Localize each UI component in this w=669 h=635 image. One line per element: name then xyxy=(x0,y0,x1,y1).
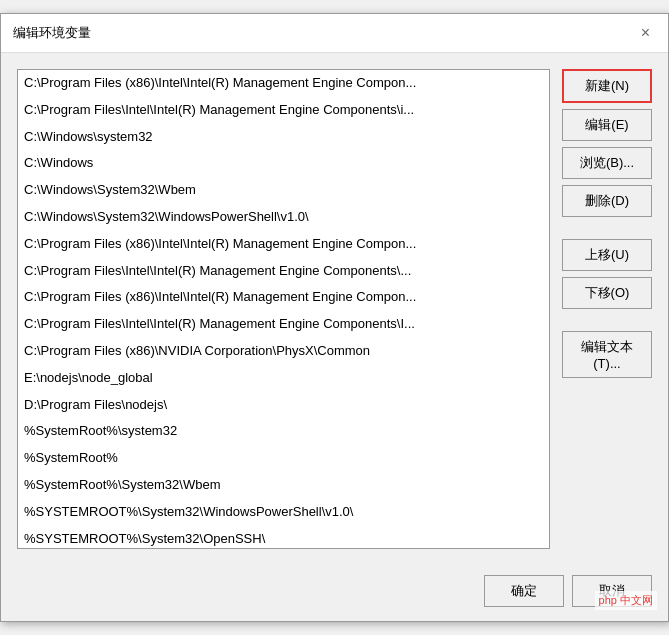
action-buttons-panel: 新建(N) 编辑(E) 浏览(B)... 删除(D) 上移(U) 下移(O) 编… xyxy=(562,69,652,549)
list-item[interactable]: C:\Windows xyxy=(18,150,549,177)
edit-button[interactable]: 编辑(E) xyxy=(562,109,652,141)
dialog-footer: 确定 取消 xyxy=(1,565,668,621)
delete-button[interactable]: 删除(D) xyxy=(562,185,652,217)
title-bar: 编辑环境变量 × xyxy=(1,14,668,53)
env-var-list[interactable]: C:\Program Files (x86)\Intel\Intel(R) Ma… xyxy=(17,69,550,549)
move-down-button[interactable]: 下移(O) xyxy=(562,277,652,309)
list-item[interactable]: %SystemRoot% xyxy=(18,445,549,472)
list-item[interactable]: C:\Program Files (x86)\Intel\Intel(R) Ma… xyxy=(18,231,549,258)
list-item[interactable]: C:\Windows\System32\WindowsPowerShell\v1… xyxy=(18,204,549,231)
watermark: php 中文网 xyxy=(595,591,657,610)
list-item[interactable]: E:\nodejs\node_global xyxy=(18,365,549,392)
new-button[interactable]: 新建(N) xyxy=(562,69,652,103)
list-item[interactable]: C:\Program Files (x86)\NVIDIA Corporatio… xyxy=(18,338,549,365)
list-item[interactable]: C:\Program Files (x86)\Intel\Intel(R) Ma… xyxy=(18,70,549,97)
list-item[interactable]: D:\Program Files\nodejs\ xyxy=(18,392,549,419)
close-button[interactable]: × xyxy=(635,22,656,44)
list-item[interactable]: C:\Program Files (x86)\Intel\Intel(R) Ma… xyxy=(18,284,549,311)
move-up-button[interactable]: 上移(U) xyxy=(562,239,652,271)
edit-env-var-dialog: 编辑环境变量 × C:\Program Files (x86)\Intel\In… xyxy=(0,13,669,622)
list-item[interactable]: C:\Program Files\Intel\Intel(R) Manageme… xyxy=(18,258,549,285)
browse-button[interactable]: 浏览(B)... xyxy=(562,147,652,179)
list-item[interactable]: %SYSTEMROOT%\System32\WindowsPowerShell\… xyxy=(18,499,549,526)
ok-button[interactable]: 确定 xyxy=(484,575,564,607)
list-item[interactable]: C:\Program Files\Intel\Intel(R) Manageme… xyxy=(18,311,549,338)
list-item[interactable]: C:\Windows\System32\Wbem xyxy=(18,177,549,204)
list-item[interactable]: C:\Windows\system32 xyxy=(18,124,549,151)
list-item[interactable]: %SystemRoot%\system32 xyxy=(18,418,549,445)
list-item[interactable]: C:\Program Files\Intel\Intel(R) Manageme… xyxy=(18,97,549,124)
list-item[interactable]: %SystemRoot%\System32\Wbem xyxy=(18,472,549,499)
edit-text-button[interactable]: 编辑文本(T)... xyxy=(562,331,652,378)
list-item[interactable]: %SYSTEMROOT%\System32\OpenSSH\ xyxy=(18,526,549,549)
dialog-title: 编辑环境变量 xyxy=(13,24,91,42)
dialog-content: C:\Program Files (x86)\Intel\Intel(R) Ma… xyxy=(1,53,668,565)
